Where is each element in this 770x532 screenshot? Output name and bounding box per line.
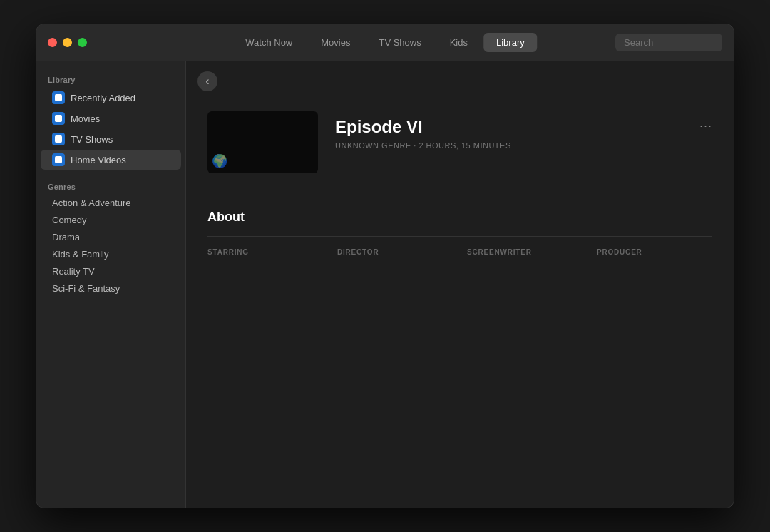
- more-options-button[interactable]: ···: [699, 118, 712, 133]
- movie-section: 🌍 Episode VI UNKNOWN GENRE · 2 HOURS, 15…: [186, 97, 734, 195]
- main-layout: Library Recently Added Movies TV Shows: [36, 61, 734, 508]
- sidebar-item-movies[interactable]: Movies: [41, 108, 181, 128]
- content-header: ‹: [186, 61, 734, 97]
- tab-kids[interactable]: Kids: [437, 33, 481, 52]
- credits-grid: STARRING DIRECTOR SCREENWRITER PRODUCER: [207, 236, 712, 256]
- starring-column: STARRING: [207, 248, 323, 256]
- search-input[interactable]: [615, 34, 722, 51]
- sidebar-item-recently-added[interactable]: Recently Added: [41, 88, 181, 108]
- sidebar-item-label: Home Videos: [71, 155, 126, 165]
- movie-info: Episode VI UNKNOWN GENRE · 2 HOURS, 15 M…: [335, 111, 712, 150]
- producer-column: PRODUCER: [597, 248, 712, 256]
- genre-action-adventure[interactable]: Action & Adventure: [41, 195, 181, 211]
- home-videos-icon: [52, 153, 65, 166]
- traffic-lights: [48, 38, 87, 47]
- genre-reality-tv[interactable]: Reality TV: [41, 263, 181, 280]
- genre-drama[interactable]: Drama: [41, 229, 181, 245]
- producer-label: PRODUCER: [597, 248, 712, 256]
- close-button[interactable]: [48, 38, 57, 47]
- sidebar-item-label: Recently Added: [71, 93, 135, 103]
- thumbnail-icon: 🌍: [212, 153, 227, 169]
- genre-kids-family[interactable]: Kids & Family: [41, 246, 181, 262]
- screenwriter-column: SCREENWRITER: [467, 248, 582, 256]
- sidebar: Library Recently Added Movies TV Shows: [36, 61, 186, 508]
- tab-watch-now[interactable]: Watch Now: [232, 33, 305, 52]
- content-area: ‹ 🌍 Episode VI UNKNOWN GENRE · 2 HOURS, …: [186, 61, 734, 508]
- genre-comedy[interactable]: Comedy: [41, 212, 181, 228]
- back-button[interactable]: ‹: [197, 71, 217, 91]
- sidebar-item-tv-shows[interactable]: TV Shows: [41, 129, 181, 149]
- movie-thumbnail: 🌍: [207, 111, 318, 173]
- genre-sci-fi-fantasy[interactable]: Sci-Fi & Fantasy: [41, 280, 181, 297]
- movie-duration: 2 HOURS, 15 MINUTES: [419, 141, 510, 150]
- tab-library[interactable]: Library: [483, 33, 538, 52]
- tab-movies[interactable]: Movies: [308, 33, 363, 52]
- screenwriter-label: SCREENWRITER: [467, 248, 582, 256]
- about-title: About: [207, 210, 712, 225]
- tab-tv-shows[interactable]: TV Shows: [366, 33, 433, 52]
- tv-shows-icon: [52, 133, 65, 145]
- app-window: Watch Now Movies TV Shows Kids Library L…: [36, 24, 734, 508]
- genres-section: Genres Action & Adventure Comedy Drama K…: [36, 178, 185, 297]
- sidebar-item-label: Movies: [71, 113, 100, 124]
- movie-genre: UNKNOWN GENRE: [335, 141, 411, 150]
- sidebar-item-label: TV Shows: [71, 134, 113, 145]
- sidebar-item-home-videos[interactable]: Home Videos: [41, 150, 181, 170]
- nav-tabs: Watch Now Movies TV Shows Kids Library: [232, 33, 537, 52]
- starring-label: STARRING: [207, 248, 323, 256]
- movie-title: Episode VI: [335, 117, 712, 137]
- movie-meta: UNKNOWN GENRE · 2 HOURS, 15 MINUTES: [335, 141, 712, 150]
- library-section-label: Library: [36, 71, 185, 87]
- maximize-button[interactable]: [78, 38, 87, 47]
- recently-added-icon: [52, 91, 65, 104]
- director-column: DIRECTOR: [337, 248, 453, 256]
- director-label: DIRECTOR: [337, 248, 453, 256]
- about-section: About STARRING DIRECTOR SCREENWRITER PRO…: [186, 195, 734, 270]
- genres-section-label: Genres: [36, 178, 185, 194]
- movies-icon: [52, 112, 65, 125]
- titlebar: Watch Now Movies TV Shows Kids Library: [36, 24, 734, 61]
- minimize-button[interactable]: [63, 38, 72, 47]
